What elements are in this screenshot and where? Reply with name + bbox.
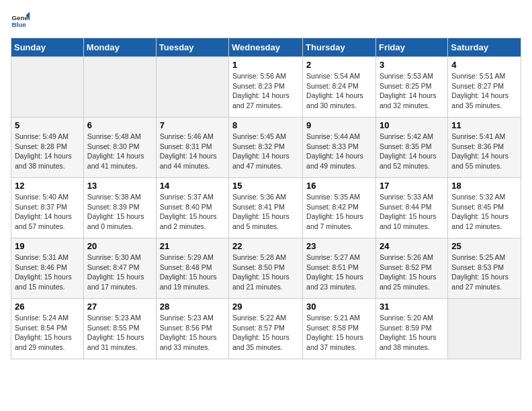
calendar-cell — [11, 57, 84, 118]
day-number: 30 — [306, 302, 372, 312]
day-info: Sunrise: 5:41 AMSunset: 8:36 PMDaylight:… — [451, 132, 517, 171]
day-info: Sunrise: 5:49 AMSunset: 8:28 PMDaylight:… — [15, 132, 80, 171]
calendar-cell: 16Sunrise: 5:35 AMSunset: 8:42 PMDayligh… — [303, 178, 376, 238]
day-info: Sunrise: 5:23 AMSunset: 8:56 PMDaylight:… — [160, 313, 225, 353]
day-number: 25 — [451, 241, 517, 251]
day-info: Sunrise: 5:23 AMSunset: 8:55 PMDaylight:… — [87, 313, 152, 353]
calendar-cell: 20Sunrise: 5:30 AMSunset: 8:47 PMDayligh… — [83, 238, 156, 299]
column-header-wednesday: Wednesday — [229, 38, 303, 57]
calendar-cell: 1Sunrise: 5:56 AMSunset: 8:23 PMDaylight… — [229, 57, 303, 118]
calendar-week-row: 26Sunrise: 5:24 AMSunset: 8:54 PMDayligh… — [11, 299, 521, 359]
day-number: 24 — [380, 241, 444, 251]
calendar-cell: 2Sunrise: 5:54 AMSunset: 8:24 PMDaylight… — [303, 57, 376, 118]
calendar-cell — [448, 299, 521, 359]
day-number: 28 — [160, 302, 225, 312]
day-number: 11 — [451, 120, 517, 130]
calendar-cell: 10Sunrise: 5:42 AMSunset: 8:35 PMDayligh… — [375, 118, 447, 178]
calendar-cell: 21Sunrise: 5:29 AMSunset: 8:48 PMDayligh… — [156, 238, 228, 299]
day-number: 3 — [380, 60, 444, 70]
day-info: Sunrise: 5:46 AMSunset: 8:31 PMDaylight:… — [160, 132, 225, 171]
day-number: 16 — [306, 181, 372, 191]
day-number: 27 — [87, 302, 152, 312]
day-info: Sunrise: 5:27 AMSunset: 8:51 PMDaylight:… — [306, 253, 372, 292]
day-info: Sunrise: 5:20 AMSunset: 8:59 PMDaylight:… — [380, 313, 444, 353]
calendar-cell: 17Sunrise: 5:33 AMSunset: 8:44 PMDayligh… — [375, 178, 447, 238]
day-number: 9 — [306, 120, 372, 130]
logo: General Blue — [11, 11, 32, 30]
day-info: Sunrise: 5:21 AMSunset: 8:58 PMDaylight:… — [306, 313, 372, 353]
day-info: Sunrise: 5:37 AMSunset: 8:40 PMDaylight:… — [160, 192, 225, 232]
calendar-cell: 26Sunrise: 5:24 AMSunset: 8:54 PMDayligh… — [11, 299, 84, 359]
day-number: 21 — [160, 241, 225, 251]
calendar-cell: 25Sunrise: 5:25 AMSunset: 8:53 PMDayligh… — [448, 238, 521, 299]
calendar-cell: 9Sunrise: 5:44 AMSunset: 8:33 PMDaylight… — [303, 118, 376, 178]
calendar-cell: 5Sunrise: 5:49 AMSunset: 8:28 PMDaylight… — [11, 118, 84, 178]
column-header-friday: Friday — [375, 38, 447, 57]
day-number: 19 — [15, 241, 80, 251]
day-info: Sunrise: 5:32 AMSunset: 8:45 PMDaylight:… — [451, 192, 517, 232]
logo-icon: General Blue — [11, 11, 30, 30]
day-number: 2 — [306, 60, 372, 70]
calendar-week-row: 12Sunrise: 5:40 AMSunset: 8:37 PMDayligh… — [11, 178, 521, 238]
day-info: Sunrise: 5:42 AMSunset: 8:35 PMDaylight:… — [380, 132, 444, 171]
day-number: 7 — [160, 120, 225, 130]
day-number: 15 — [232, 181, 299, 191]
day-info: Sunrise: 5:54 AMSunset: 8:24 PMDaylight:… — [306, 71, 372, 111]
day-number: 18 — [451, 181, 517, 191]
day-number: 10 — [380, 120, 444, 130]
day-info: Sunrise: 5:29 AMSunset: 8:48 PMDaylight:… — [160, 253, 225, 292]
day-info: Sunrise: 5:44 AMSunset: 8:33 PMDaylight:… — [306, 132, 372, 171]
day-info: Sunrise: 5:48 AMSunset: 8:30 PMDaylight:… — [87, 132, 152, 171]
day-number: 29 — [232, 302, 299, 312]
calendar-header-row: SundayMondayTuesdayWednesdayThursdayFrid… — [11, 38, 521, 57]
day-info: Sunrise: 5:53 AMSunset: 8:25 PMDaylight:… — [380, 71, 444, 111]
calendar-cell: 11Sunrise: 5:41 AMSunset: 8:36 PMDayligh… — [448, 118, 521, 178]
column-header-thursday: Thursday — [303, 38, 376, 57]
day-info: Sunrise: 5:26 AMSunset: 8:52 PMDaylight:… — [380, 253, 444, 292]
day-number: 23 — [306, 241, 372, 251]
day-info: Sunrise: 5:33 AMSunset: 8:44 PMDaylight:… — [380, 192, 444, 232]
calendar-cell: 27Sunrise: 5:23 AMSunset: 8:55 PMDayligh… — [83, 299, 156, 359]
calendar-cell: 14Sunrise: 5:37 AMSunset: 8:40 PMDayligh… — [156, 178, 228, 238]
calendar-cell: 7Sunrise: 5:46 AMSunset: 8:31 PMDaylight… — [156, 118, 228, 178]
day-number: 4 — [451, 60, 517, 70]
calendar-cell: 18Sunrise: 5:32 AMSunset: 8:45 PMDayligh… — [448, 178, 521, 238]
day-info: Sunrise: 5:36 AMSunset: 8:41 PMDaylight:… — [232, 192, 299, 232]
day-number: 20 — [87, 241, 152, 251]
calendar-cell: 15Sunrise: 5:36 AMSunset: 8:41 PMDayligh… — [229, 178, 303, 238]
calendar-cell: 4Sunrise: 5:51 AMSunset: 8:27 PMDaylight… — [448, 57, 521, 118]
calendar-cell: 13Sunrise: 5:38 AMSunset: 8:39 PMDayligh… — [83, 178, 156, 238]
day-number: 31 — [380, 302, 444, 312]
day-info: Sunrise: 5:24 AMSunset: 8:54 PMDaylight:… — [15, 313, 80, 353]
calendar-cell — [83, 57, 156, 118]
calendar-cell: 6Sunrise: 5:48 AMSunset: 8:30 PMDaylight… — [83, 118, 156, 178]
page-header: General Blue — [11, 11, 521, 30]
day-info: Sunrise: 5:45 AMSunset: 8:32 PMDaylight:… — [232, 132, 299, 171]
calendar-cell: 30Sunrise: 5:21 AMSunset: 8:58 PMDayligh… — [303, 299, 376, 359]
day-number: 5 — [15, 120, 80, 130]
calendar-cell: 12Sunrise: 5:40 AMSunset: 8:37 PMDayligh… — [11, 178, 84, 238]
column-header-tuesday: Tuesday — [156, 38, 228, 57]
column-header-sunday: Sunday — [11, 38, 84, 57]
day-info: Sunrise: 5:25 AMSunset: 8:53 PMDaylight:… — [451, 253, 517, 292]
calendar-table: SundayMondayTuesdayWednesdayThursdayFrid… — [11, 38, 521, 359]
day-info: Sunrise: 5:56 AMSunset: 8:23 PMDaylight:… — [232, 71, 299, 111]
day-info: Sunrise: 5:28 AMSunset: 8:50 PMDaylight:… — [232, 253, 299, 292]
day-info: Sunrise: 5:51 AMSunset: 8:27 PMDaylight:… — [451, 71, 517, 111]
day-number: 6 — [87, 120, 152, 130]
day-info: Sunrise: 5:38 AMSunset: 8:39 PMDaylight:… — [87, 192, 152, 232]
day-info: Sunrise: 5:40 AMSunset: 8:37 PMDaylight:… — [15, 192, 80, 232]
day-info: Sunrise: 5:30 AMSunset: 8:47 PMDaylight:… — [87, 253, 152, 292]
calendar-cell: 29Sunrise: 5:22 AMSunset: 8:57 PMDayligh… — [229, 299, 303, 359]
calendar-week-row: 19Sunrise: 5:31 AMSunset: 8:46 PMDayligh… — [11, 238, 521, 299]
day-number: 13 — [87, 181, 152, 191]
day-info: Sunrise: 5:31 AMSunset: 8:46 PMDaylight:… — [15, 253, 80, 292]
calendar-cell — [156, 57, 228, 118]
calendar-cell: 22Sunrise: 5:28 AMSunset: 8:50 PMDayligh… — [229, 238, 303, 299]
calendar-cell: 28Sunrise: 5:23 AMSunset: 8:56 PMDayligh… — [156, 299, 228, 359]
day-info: Sunrise: 5:22 AMSunset: 8:57 PMDaylight:… — [232, 313, 299, 353]
calendar-cell: 31Sunrise: 5:20 AMSunset: 8:59 PMDayligh… — [375, 299, 447, 359]
day-number: 8 — [232, 120, 299, 130]
calendar-week-row: 1Sunrise: 5:56 AMSunset: 8:23 PMDaylight… — [11, 57, 521, 118]
day-number: 26 — [15, 302, 80, 312]
